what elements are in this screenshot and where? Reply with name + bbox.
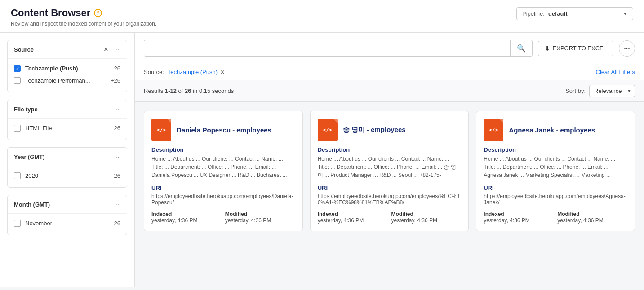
search-button[interactable]: 🔍	[510, 40, 532, 56]
card-title: 송 영미 - employees	[343, 126, 406, 134]
filter-title-year: Year (GMT)	[14, 154, 45, 160]
file-type-icon: </>	[318, 119, 338, 141]
filter-item[interactable]: November26	[14, 217, 120, 229]
card-header: </>Agnesa Janek - employees	[484, 119, 627, 141]
filter-actions-source: ✕···	[102, 45, 120, 54]
filter-more-month-button[interactable]: ···	[113, 200, 120, 209]
filter-item[interactable]: 202026	[14, 170, 120, 182]
filter-section-file-type: File type···HTML File26	[7, 100, 127, 140]
filter-item-count: 26	[114, 125, 120, 132]
pipeline-selector[interactable]: Pipeline: default ▼	[516, 7, 633, 20]
filter-checkbox[interactable]	[14, 77, 21, 84]
export-icon: ⬇	[545, 45, 550, 52]
filter-section-year: Year (GMT)···202026	[7, 147, 127, 188]
card-footer: Indexedyesterday, 4:36 PMModifiedyesterd…	[151, 211, 295, 224]
filter-header-source: Source✕···	[8, 40, 127, 58]
result-card[interactable]: </>Agnesa Janek - employeesDescriptionHo…	[476, 111, 635, 231]
filter-actions-year: ···	[113, 152, 120, 161]
card-description-text: Home ... About us ... Our clients ... Co…	[151, 155, 295, 179]
filter-checkbox[interactable]	[14, 220, 21, 227]
card-indexed-label: Indexed	[151, 211, 222, 217]
filter-tag-remove-icon[interactable]: ✕	[220, 69, 225, 75]
filter-item-left: Techzample (Push)	[14, 65, 78, 72]
sort-label: Sort by:	[565, 88, 586, 94]
result-card[interactable]: </>송 영미 - employeesDescriptionHome ... A…	[310, 111, 469, 231]
card-title: Daniela Popescu - employees	[177, 126, 271, 134]
card-modified-label: Modified	[391, 211, 461, 217]
card-description-label: Description	[151, 146, 295, 153]
content-area: 🔍 ⬇ EXPORT TO EXCEL ··· Source: Techzamp…	[135, 33, 644, 287]
filter-more-file-type-button[interactable]: ···	[113, 105, 120, 114]
card-description-text: Home ... About us ... Our clients ... Co…	[484, 155, 627, 179]
filter-more-source-button[interactable]: ···	[113, 45, 120, 54]
filter-item[interactable]: Techzample Performan...+26	[14, 75, 120, 87]
card-header: </>Daniela Popescu - employees	[151, 119, 295, 141]
card-description-section: DescriptionHome ... About us ... Our cli…	[151, 146, 295, 179]
filter-header-year: Year (GMT)···	[8, 148, 127, 166]
card-indexed-label: Indexed	[318, 211, 388, 217]
card-description-label: Description	[318, 146, 462, 153]
filter-body-source: Techzample (Push)26Techzample Performan.…	[8, 58, 127, 92]
filter-header-month: Month (GMT)···	[8, 195, 127, 213]
filter-item-label: Techzample (Push)	[25, 65, 78, 72]
filter-title-source: Source	[14, 46, 34, 53]
pipeline-arrow-icon: ▼	[623, 11, 627, 16]
sidebar: Source✕···Techzample (Push)26Techzample …	[0, 33, 135, 287]
filter-item-left: HTML File	[14, 125, 52, 132]
results-range: 1-12	[165, 88, 177, 94]
file-type-icon: </>	[484, 119, 503, 141]
filter-tag[interactable]: Techzample (Push) ✕	[168, 69, 225, 75]
pipeline-value: default	[548, 10, 619, 17]
card-uri-label: URI	[151, 185, 295, 191]
pipeline-label: Pipeline:	[522, 10, 545, 17]
filter-checkbox[interactable]	[14, 65, 21, 72]
card-description-section: DescriptionHome ... About us ... Our cli…	[484, 146, 627, 179]
clear-all-filters-button[interactable]: Clear All Filters	[596, 69, 635, 75]
filter-item-label: Techzample Performan...	[25, 77, 90, 84]
card-indexed-meta: Indexedyesterday, 4:36 PM	[484, 211, 554, 224]
help-icon[interactable]: ?	[94, 9, 102, 17]
filter-item-left: 2020	[14, 172, 38, 179]
filter-item-left: November	[14, 220, 52, 227]
filter-checkbox[interactable]	[14, 125, 21, 132]
card-modified-meta: Modifiedyesterday, 4:36 PM	[391, 211, 461, 224]
card-indexed-label: Indexed	[484, 211, 554, 217]
card-indexed-value: yesterday, 4:36 PM	[318, 217, 388, 224]
filter-item[interactable]: Techzample (Push)26	[14, 62, 120, 75]
filter-clear-source-button[interactable]: ✕	[102, 45, 110, 54]
export-button[interactable]: ⬇ EXPORT TO EXCEL	[538, 41, 613, 56]
card-title: Agnesa Janek - employees	[509, 126, 595, 134]
filter-item[interactable]: HTML File26	[14, 122, 120, 134]
export-label: EXPORT TO EXCEL	[553, 45, 607, 52]
page-title: Content Browser	[11, 7, 90, 19]
filter-source-label: Source:	[144, 69, 164, 75]
card-modified-value: yesterday, 4:36 PM	[391, 217, 461, 224]
filter-item-count: +26	[111, 77, 120, 84]
more-options-button[interactable]: ···	[619, 40, 635, 57]
card-modified-label: Modified	[557, 211, 627, 217]
results-time: 0.15 seconds	[199, 88, 234, 94]
card-modified-value: yesterday, 4:36 PM	[225, 217, 295, 224]
filter-actions-file-type: ···	[113, 105, 120, 114]
card-description-text: Home ... About us ... Our clients ... Co…	[318, 155, 462, 179]
search-input[interactable]	[144, 41, 510, 56]
results-summary: Results 1-12 of 26 in 0.15 seconds	[144, 88, 234, 94]
card-description-label: Description	[484, 146, 627, 153]
sort-select[interactable]: RelevanceDateTitle	[589, 85, 635, 97]
filter-actions-month: ···	[113, 200, 120, 209]
search-bar: 🔍 ⬇ EXPORT TO EXCEL ···	[135, 33, 644, 64]
filter-tag-value: Techzample (Push)	[168, 69, 218, 75]
filter-checkbox[interactable]	[14, 172, 21, 179]
cards-grid: </>Daniela Popescu - employeesDescriptio…	[135, 102, 644, 287]
filter-more-year-button[interactable]: ···	[113, 152, 120, 161]
card-modified-label: Modified	[225, 211, 295, 217]
card-indexed-meta: Indexedyesterday, 4:36 PM	[151, 211, 222, 224]
page-subtitle: Review and inspect the indexed content o…	[11, 21, 156, 27]
filter-title-month: Month (GMT)	[14, 201, 50, 208]
main-layout: Source✕···Techzample (Push)26Techzample …	[0, 33, 644, 287]
sort-control: Sort by: RelevanceDateTitle ▼	[565, 85, 635, 97]
card-uri-value: https://employeedbsite.herokuapp.com/emp…	[484, 193, 627, 206]
card-uri-label: URI	[318, 185, 462, 191]
filter-title-file-type: File type	[14, 106, 38, 113]
result-card[interactable]: </>Daniela Popescu - employeesDescriptio…	[144, 111, 303, 231]
